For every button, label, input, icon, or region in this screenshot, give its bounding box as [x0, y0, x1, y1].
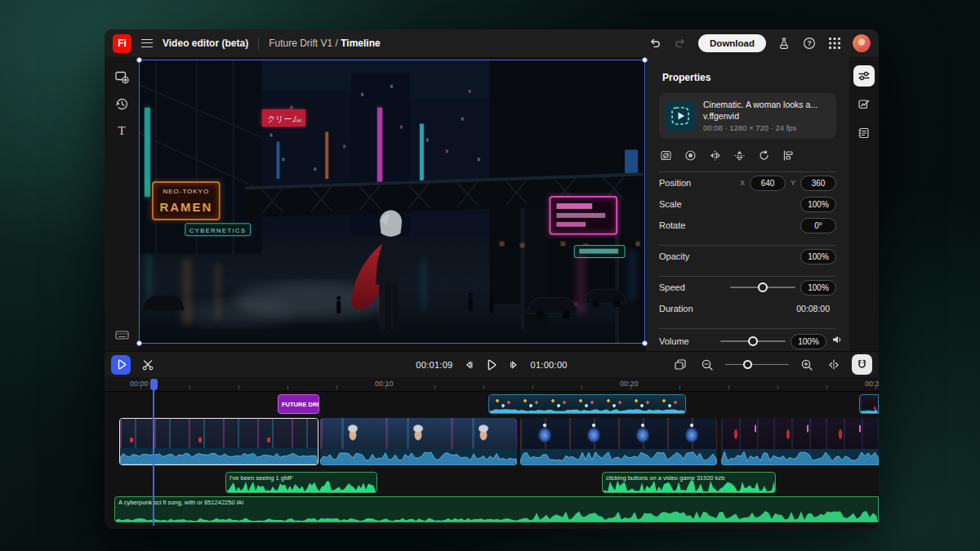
- select-tool-button[interactable]: [111, 355, 131, 375]
- next-frame-button[interactable]: [509, 359, 521, 371]
- hamburger-menu-icon[interactable]: [141, 39, 153, 47]
- left-toolbar: T: [105, 57, 139, 351]
- ruler-label: 00:10: [375, 380, 394, 388]
- rotate-label: Rotate: [659, 220, 685, 230]
- pointer-split-icon[interactable]: [825, 356, 843, 374]
- video-clip-dark-street[interactable]: [721, 418, 879, 465]
- current-timecode: 00:01:09: [416, 360, 452, 370]
- split-scissors-icon[interactable]: [139, 356, 157, 374]
- text-clip-label: FUTURE DRI: [282, 401, 318, 408]
- ruler-label: 00:30: [865, 380, 879, 388]
- sfx-clip-2[interactable]: clicking buttons on a video game 31920 k…: [602, 472, 776, 493]
- overlay-video-clip[interactable]: [488, 394, 686, 414]
- history-icon[interactable]: [114, 96, 130, 112]
- speaker-icon[interactable]: [831, 334, 843, 349]
- help-icon[interactable]: ?: [802, 36, 817, 51]
- video-clip-robot[interactable]: [520, 418, 717, 465]
- clip-meta: 00:08 · 1280 × 720 · 24 fps: [703, 123, 830, 132]
- flip-horizontal-icon[interactable]: [708, 149, 722, 162]
- volume-label: Volume: [659, 336, 689, 346]
- speed-label: Speed: [659, 282, 685, 292]
- rotate-input[interactable]: 0°: [800, 218, 836, 233]
- crop-icon[interactable]: [659, 149, 673, 162]
- redo-icon[interactable]: [673, 36, 688, 51]
- beaker-icon[interactable]: [777, 36, 791, 51]
- text-tool-icon[interactable]: T: [114, 122, 130, 139]
- breadcrumb[interactable]: Future Drift V1 / Timeline: [269, 38, 381, 49]
- video-clip-woman-face[interactable]: [320, 418, 517, 465]
- download-button[interactable]: Download: [698, 34, 766, 52]
- clip-thumbnails: [721, 418, 879, 449]
- video-clip-city[interactable]: [119, 418, 318, 465]
- position-label: Position: [659, 178, 691, 188]
- user-avatar[interactable]: [853, 34, 871, 52]
- playhead-handle[interactable]: [150, 379, 158, 390]
- selected-clip-card[interactable]: Cinematic. A woman looks a... v.ffgenvid…: [659, 93, 836, 139]
- sfx-clip-1[interactable]: I've been seeing 1 gMF: [225, 472, 377, 493]
- overlay-clip-thumbnails: [489, 395, 685, 409]
- top-bar: Fi Video editor (beta) Future Drift V1 /…: [105, 29, 879, 57]
- rotate-icon[interactable]: [757, 149, 771, 162]
- clip-thumbnails: [320, 418, 517, 449]
- track-stack-icon[interactable]: [671, 356, 689, 374]
- zoom-in-icon[interactable]: [798, 356, 816, 374]
- music-clip[interactable]: A cyberpunk sci fi song, with or 8512422…: [114, 496, 879, 522]
- speed-input[interactable]: 100%: [800, 280, 836, 295]
- playhead[interactable]: [153, 379, 154, 526]
- snap-magnet-button[interactable]: [852, 354, 872, 375]
- timeline-ruler[interactable]: 00:00 00:10 00:20 00:30: [105, 377, 879, 392]
- position-y-input[interactable]: 360: [800, 176, 836, 191]
- play-button[interactable]: [485, 358, 499, 371]
- position-x-input[interactable]: 640: [750, 176, 786, 191]
- clip-thumbnails: [120, 419, 318, 450]
- resize-handle-top-right[interactable]: [642, 57, 648, 63]
- speed-row: Speed 100%: [659, 277, 836, 298]
- position-row: Position X 640 Y 360: [659, 172, 836, 193]
- scale-label: Scale: [659, 199, 682, 209]
- scale-row: Scale 100%: [659, 193, 836, 215]
- flip-vertical-icon[interactable]: [733, 149, 746, 162]
- video-preview[interactable]: クリーム: [139, 60, 645, 344]
- position-y-label: Y: [791, 179, 795, 187]
- music-clip-label: A cyberpunk sci fi song, with or 8512422…: [118, 499, 243, 506]
- app-title: Video editor (beta): [163, 38, 248, 49]
- properties-panel: Properties Cinematic. A woman looks a...…: [645, 57, 849, 351]
- transport-controls: 00:01:09 01:00:00: [416, 358, 567, 371]
- add-media-icon[interactable]: [114, 69, 130, 85]
- timeline-zoom-slider[interactable]: [725, 359, 789, 371]
- undo-icon[interactable]: [648, 36, 662, 51]
- rotate-row: Rotate 0°: [659, 215, 836, 236]
- align-icon[interactable]: [782, 149, 795, 162]
- resize-handle-bottom-right[interactable]: [642, 340, 648, 346]
- svg-text:?: ?: [807, 39, 811, 47]
- breadcrumb-project[interactable]: Future Drift V1: [269, 38, 332, 49]
- speed-slider[interactable]: [730, 282, 795, 293]
- track-area: FUTURE DRI: [105, 392, 879, 521]
- notes-panel-button[interactable]: [853, 122, 875, 144]
- apps-grid-icon[interactable]: [827, 36, 842, 51]
- text-clip-future-drift[interactable]: FUTURE DRI: [278, 394, 319, 414]
- opacity-input[interactable]: 100%: [800, 249, 836, 264]
- scale-input[interactable]: 100%: [800, 197, 836, 212]
- firefly-logo[interactable]: Fi: [113, 34, 131, 53]
- sfx-clip-label: clicking buttons on a video game 31920 k…: [606, 474, 725, 482]
- svg-text:T: T: [118, 124, 125, 137]
- properties-panel-button[interactable]: [853, 65, 875, 87]
- duration-label: Duration: [659, 304, 693, 313]
- volume-input[interactable]: 100%: [791, 334, 826, 349]
- right-toolbar: [849, 57, 879, 351]
- previous-frame-button[interactable]: [463, 359, 475, 371]
- ruler-label: 00:00: [130, 380, 149, 388]
- divider: [258, 38, 259, 50]
- overlay-video-clip-partial[interactable]: [859, 394, 879, 414]
- preview-canvas: クリーム: [139, 57, 645, 351]
- resize-handle-bottom-left[interactable]: [136, 340, 142, 346]
- opacity-label: Opacity: [659, 251, 689, 261]
- video-frame: クリーム: [140, 60, 644, 343]
- resize-handle-top-left[interactable]: [136, 57, 142, 63]
- generative-edit-button[interactable]: [853, 94, 875, 115]
- keyboard-shortcuts-icon[interactable]: [114, 327, 130, 343]
- zoom-out-icon[interactable]: [698, 356, 716, 374]
- volume-slider[interactable]: [720, 335, 786, 347]
- mask-icon[interactable]: [684, 149, 697, 162]
